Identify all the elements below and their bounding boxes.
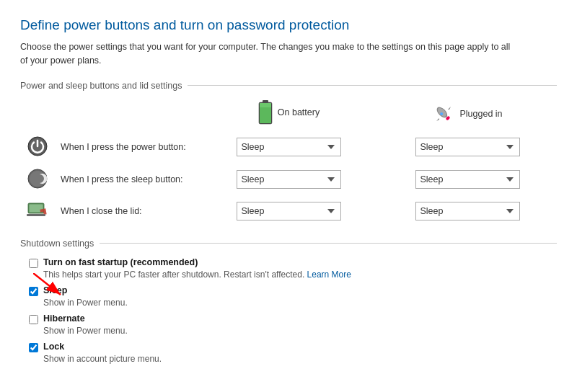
svg-rect-5 bbox=[260, 103, 271, 107]
hibernate-label[interactable]: Hibernate bbox=[43, 313, 85, 324]
shutdown-section-header: Shutdown settings bbox=[20, 239, 557, 249]
sleep-button-icon bbox=[27, 168, 48, 190]
fast-startup-group: Turn on fast startup (recommended) This … bbox=[20, 257, 557, 280]
power-settings-table: On battery bbox=[20, 99, 557, 227]
power-button-label: When I press the power button: bbox=[55, 131, 199, 164]
sleep-button-row: When I press the sleep button: Do nothin… bbox=[20, 164, 557, 196]
lid-row: When I close the lid: Do nothing Sleep H… bbox=[20, 196, 557, 227]
sleep-button-plugged-select-wrapper[interactable]: Do nothing Sleep Hibernate Shut down Tur… bbox=[415, 170, 520, 189]
shutdown-section-title: Shutdown settings bbox=[20, 239, 94, 249]
lid-plugged-select-wrapper[interactable]: Do nothing Sleep Hibernate Shut down Tur… bbox=[415, 202, 520, 220]
fast-startup-row: Turn on fast startup (recommended) bbox=[29, 257, 557, 268]
learn-more-link[interactable]: Learn More bbox=[307, 270, 351, 280]
section-divider bbox=[188, 85, 557, 86]
lid-label: When I close the lid: bbox=[55, 196, 199, 227]
lid-battery-select[interactable]: Do nothing Sleep Hibernate Shut down Tur… bbox=[237, 202, 341, 220]
shutdown-section: Shutdown settings Turn on fast startup (… bbox=[20, 239, 557, 364]
lock-subtext: Show in account picture menu. bbox=[43, 354, 557, 364]
hibernate-row: Hibernate bbox=[29, 313, 557, 324]
lock-group: Lock Show in account picture menu. bbox=[20, 342, 557, 364]
power-button-plugged-select-wrapper[interactable]: Do nothing Sleep Hibernate Shut down Tur… bbox=[415, 138, 520, 156]
sleep-button-plugged-select[interactable]: Do nothing Sleep Hibernate Shut down Tur… bbox=[415, 170, 520, 189]
fast-startup-checkbox[interactable] bbox=[29, 259, 38, 268]
power-section-title: Power and sleep buttons and lid settings bbox=[20, 81, 182, 91]
lock-row: Lock bbox=[29, 342, 557, 352]
power-section-header: Power and sleep buttons and lid settings bbox=[20, 81, 557, 91]
shutdown-divider bbox=[100, 243, 557, 244]
power-button-plugged-select[interactable]: Do nothing Sleep Hibernate Shut down Tur… bbox=[415, 138, 520, 156]
lock-label[interactable]: Lock bbox=[43, 342, 64, 352]
sleep-group: Sleep Show in Power menu. bbox=[20, 285, 557, 308]
sleep-button-battery-select[interactable]: Do nothing Sleep Hibernate Shut down Tur… bbox=[237, 170, 341, 189]
sleep-label[interactable]: Sleep bbox=[43, 285, 67, 295]
power-button-battery-select[interactable]: Do nothing Sleep Hibernate Shut down Tur… bbox=[237, 138, 341, 156]
battery-column-label: On battery bbox=[278, 107, 320, 117]
sleep-row: Sleep bbox=[29, 285, 557, 296]
page-description: Choose the power settings that you want … bbox=[20, 40, 511, 68]
sleep-checkbox[interactable] bbox=[29, 287, 38, 296]
sleep-subtext: Show in Power menu. bbox=[43, 298, 557, 308]
lid-icon bbox=[26, 200, 49, 220]
lid-battery-select-wrapper[interactable]: Do nothing Sleep Hibernate Shut down Tur… bbox=[237, 202, 341, 220]
power-button-icon bbox=[27, 135, 48, 157]
sleep-button-battery-select-wrapper[interactable]: Do nothing Sleep Hibernate Shut down Tur… bbox=[237, 170, 341, 189]
hibernate-subtext: Show in Power menu. bbox=[43, 326, 557, 336]
pluggedin-column-label: Plugged in bbox=[459, 109, 502, 119]
svg-rect-3 bbox=[263, 100, 268, 103]
power-button-battery-select-wrapper[interactable]: Do nothing Sleep Hibernate Shut down Tur… bbox=[237, 138, 341, 156]
lock-checkbox[interactable] bbox=[29, 343, 38, 352]
battery-icon bbox=[257, 99, 273, 125]
svg-marker-8 bbox=[436, 118, 439, 121]
svg-marker-9 bbox=[448, 107, 451, 110]
hibernate-group: Hibernate Show in Power menu. bbox=[20, 313, 557, 336]
page-title: Define power buttons and turn on passwor… bbox=[20, 17, 557, 33]
power-button-row: When I press the power button: Do nothin… bbox=[20, 131, 557, 164]
power-sleep-section: Power and sleep buttons and lid settings bbox=[20, 81, 557, 227]
sleep-button-label: When I press the sleep button: bbox=[55, 164, 199, 196]
lid-plugged-select[interactable]: Do nothing Sleep Hibernate Shut down Tur… bbox=[415, 202, 520, 220]
hibernate-checkbox[interactable] bbox=[29, 315, 38, 324]
fast-startup-label[interactable]: Turn on fast startup (recommended) bbox=[43, 257, 198, 267]
fast-startup-subtext: This helps start your PC faster after sh… bbox=[43, 270, 557, 280]
plugged-icon bbox=[432, 102, 455, 125]
svg-point-15 bbox=[30, 171, 45, 187]
svg-rect-19 bbox=[27, 214, 45, 216]
